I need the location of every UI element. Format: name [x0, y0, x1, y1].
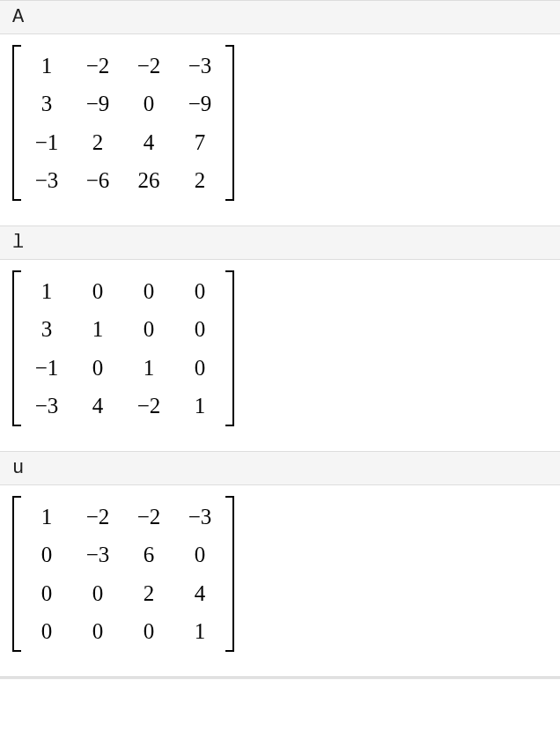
matrix-cell: 1: [21, 498, 72, 536]
matrix-cell: 3: [21, 310, 72, 348]
matrix-row: 0 −3 6 0: [21, 536, 225, 573]
code-label-l: l: [0, 225, 560, 260]
code-label-A: A: [0, 0, 560, 34]
matrix-display-u: 1 −2 −2 −3 0 −3 6 0 0 0 2: [0, 485, 560, 669]
matrix-cell: 1: [174, 612, 225, 650]
matrix-cell: 0: [21, 612, 72, 650]
label-text: A: [12, 6, 24, 28]
matrix-cell: 0: [174, 536, 225, 573]
output-section-l: l 1 0 0 0 3 1 0 0: [0, 225, 560, 444]
matrix-cell: 4: [72, 387, 123, 425]
matrix-cell: 1: [72, 310, 123, 348]
notebook-output: A 1 −2 −2 −3 3 −9 0 −9: [0, 0, 560, 679]
matrix-cell: −6: [72, 161, 123, 199]
matrix-cell: 0: [123, 85, 174, 122]
label-text: u: [12, 457, 24, 479]
matrix-cell: 0: [72, 272, 123, 310]
matrix-row: −3 −6 26 2: [21, 161, 225, 199]
matrix-cell: −2: [123, 47, 174, 85]
matrix-cell: −2: [123, 498, 174, 536]
matrix-cell: 2: [123, 574, 174, 612]
matrix-row: 1 −2 −2 −3: [21, 47, 225, 85]
right-bracket-icon: [225, 45, 234, 201]
matrix-cell: 2: [72, 123, 123, 161]
matrix-cell: 26: [123, 161, 174, 199]
left-bracket-icon: [12, 270, 21, 426]
matrix-display-A: 1 −2 −2 −3 3 −9 0 −9 −1 2 4: [0, 34, 560, 218]
matrix-cell: 4: [174, 574, 225, 612]
matrix-cell: 0: [174, 310, 225, 348]
output-section-u: u 1 −2 −2 −3 0 −3 6 0: [0, 451, 560, 669]
matrix-cell: 4: [123, 123, 174, 161]
matrix-row: 0 0 2 4: [21, 574, 225, 612]
matrix-cell: 7: [174, 123, 225, 161]
matrix-cell: −3: [72, 536, 123, 573]
matrix-cell: 1: [21, 272, 72, 310]
matrix-row: 0 0 0 1: [21, 612, 225, 650]
matrix-cell: −2: [123, 387, 174, 425]
matrix-cell: 0: [174, 349, 225, 387]
matrix-A: 1 −2 −2 −3 3 −9 0 −9 −1 2 4: [12, 43, 234, 203]
matrix-cell: 0: [72, 574, 123, 612]
matrix-row: 1 0 0 0: [21, 272, 225, 310]
matrix-cell: 6: [123, 536, 174, 573]
matrix-table: 1 −2 −2 −3 3 −9 0 −9 −1 2 4: [21, 47, 225, 199]
matrix-cell: 0: [123, 310, 174, 348]
matrix-cell: −3: [174, 47, 225, 85]
matrix-row: 3 1 0 0: [21, 310, 225, 348]
right-bracket-icon: [225, 496, 234, 652]
matrix-cell: 0: [72, 612, 123, 650]
matrix-cell: −1: [21, 349, 72, 387]
matrix-row: −1 0 1 0: [21, 349, 225, 387]
matrix-cell: 0: [123, 272, 174, 310]
code-label-u: u: [0, 451, 560, 485]
matrix-cell: 0: [21, 574, 72, 612]
matrix-l: 1 0 0 0 3 1 0 0 −1 0 1 0: [12, 269, 234, 428]
matrix-cell: 3: [21, 85, 72, 122]
matrix-row: 1 −2 −2 −3: [21, 498, 225, 536]
matrix-cell: −2: [72, 47, 123, 85]
right-bracket-icon: [225, 270, 234, 426]
left-bracket-icon: [12, 45, 21, 201]
matrix-row: 3 −9 0 −9: [21, 85, 225, 122]
matrix-cell: 2: [174, 161, 225, 199]
matrix-cell: −9: [174, 85, 225, 122]
matrix-cell: 0: [123, 612, 174, 650]
matrix-cell: 0: [174, 272, 225, 310]
left-bracket-icon: [12, 496, 21, 652]
matrix-cell: −2: [72, 498, 123, 536]
matrix-u: 1 −2 −2 −3 0 −3 6 0 0 0 2: [12, 494, 234, 654]
matrix-row: −3 4 −2 1: [21, 387, 225, 425]
matrix-display-l: 1 0 0 0 3 1 0 0 −1 0 1 0: [0, 260, 560, 444]
matrix-cell: −3: [21, 161, 72, 199]
divider: [0, 676, 560, 679]
matrix-cell: 0: [21, 536, 72, 573]
matrix-cell: −9: [72, 85, 123, 122]
matrix-cell: 1: [123, 349, 174, 387]
label-text: l: [12, 232, 24, 254]
matrix-table: 1 −2 −2 −3 0 −3 6 0 0 0 2: [21, 498, 225, 650]
matrix-row: −1 2 4 7: [21, 123, 225, 161]
matrix-cell: 0: [72, 349, 123, 387]
matrix-cell: −3: [21, 387, 72, 425]
output-section-A: A 1 −2 −2 −3 3 −9 0 −9: [0, 0, 560, 218]
matrix-cell: −3: [174, 498, 225, 536]
matrix-cell: 1: [174, 387, 225, 425]
matrix-table: 1 0 0 0 3 1 0 0 −1 0 1 0: [21, 272, 225, 425]
matrix-cell: 1: [21, 47, 72, 85]
matrix-cell: −1: [21, 123, 72, 161]
